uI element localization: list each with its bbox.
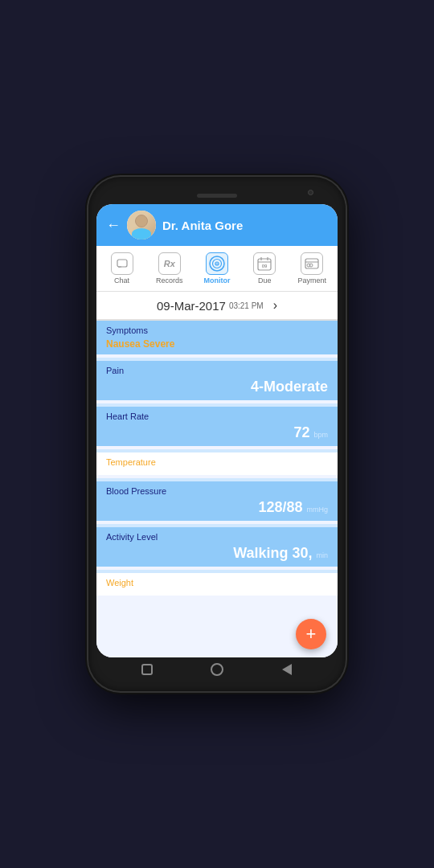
svg-text:09: 09	[262, 264, 268, 268]
home-circle-button[interactable]	[208, 661, 226, 678]
heart-rate-value: 72 bpm	[106, 424, 328, 441]
tab-monitor[interactable]: Monitor	[198, 249, 236, 288]
back-nav-button[interactable]	[278, 661, 296, 678]
phone-shell: ← Dr. Anita Gore Chat	[88, 177, 346, 691]
svg-point-4	[216, 263, 218, 264]
records-label: Records	[156, 276, 183, 285]
symptoms-value: Nausea Severe	[106, 338, 328, 350]
avatar	[127, 211, 156, 240]
tab-payment[interactable]: Payment	[293, 249, 331, 288]
weight-label: Weight	[106, 578, 328, 588]
content-area: Symptoms Nausea Severe Pain 4-Moderate H…	[96, 321, 338, 657]
activity-level-label: Activity Level	[106, 532, 328, 542]
date-bar: 09-Mar-2017 03:21 PM ›	[96, 292, 338, 321]
back-button[interactable]: ←	[106, 217, 121, 234]
chat-icon	[111, 252, 133, 275]
add-button[interactable]: +	[296, 619, 326, 649]
phone-screen: ← Dr. Anita Gore Chat	[96, 204, 338, 657]
activity-level-value: Walking 30, min	[106, 545, 328, 562]
date-text: 09-Mar-2017	[157, 299, 226, 313]
speaker	[197, 194, 237, 198]
blood-pressure-value: 128/88 mmHg	[106, 499, 328, 516]
temperature-row: Temperature	[96, 452, 338, 475]
pain-row: Pain 4-Moderate	[96, 361, 338, 400]
temperature-label: Temperature	[106, 457, 328, 467]
avatar-head	[135, 215, 148, 227]
avatar-image	[127, 211, 156, 240]
phone-top-bar	[96, 186, 338, 204]
tab-chat[interactable]: Chat	[103, 249, 141, 288]
heart-rate-label: Heart Rate	[106, 411, 328, 421]
monitor-label: Monitor	[203, 276, 230, 285]
pain-label: Pain	[106, 366, 328, 375]
camera	[308, 190, 313, 195]
tab-records[interactable]: Rx Records	[150, 249, 189, 288]
tab-due[interactable]: 09 Due	[245, 249, 284, 288]
back-nav-icon	[282, 664, 292, 675]
symptoms-row: Symptoms Nausea Severe	[96, 321, 338, 354]
due-icon: 09	[253, 252, 276, 275]
monitor-icon	[206, 252, 228, 275]
records-icon: Rx	[158, 252, 181, 275]
due-label: Due	[258, 276, 272, 285]
svg-rect-0	[117, 260, 127, 267]
date-chevron[interactable]: ›	[273, 298, 277, 313]
weight-row: Weight	[96, 573, 338, 596]
nav-tabs: Chat Rx Records Monitor	[96, 246, 338, 292]
phone-bottom-bar	[96, 657, 338, 682]
doctor-name: Dr. Anita Gore	[162, 219, 243, 232]
symptoms-label: Symptoms	[106, 326, 328, 335]
payment-label: Payment	[298, 276, 327, 285]
chat-label: Chat	[114, 276, 129, 285]
date-time: 03:21 PM	[229, 301, 264, 310]
payment-icon	[301, 252, 323, 275]
blood-pressure-row: Blood Pressure 128/88 mmHg	[96, 481, 338, 521]
home-button[interactable]	[138, 661, 156, 678]
avatar-body	[132, 228, 151, 240]
circle-icon	[211, 663, 223, 676]
pain-value: 4-Moderate	[106, 379, 328, 395]
activity-level-row: Activity Level Walking 30, min	[96, 527, 338, 567]
blood-pressure-label: Blood Pressure	[106, 486, 328, 496]
heart-rate-row: Heart Rate 72 bpm	[96, 407, 338, 446]
square-icon	[141, 664, 153, 675]
header: ← Dr. Anita Gore	[96, 204, 338, 246]
